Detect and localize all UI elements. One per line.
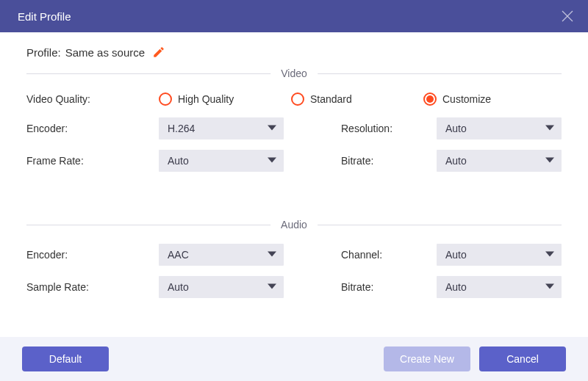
window-title: Edit Profile (18, 10, 71, 23)
profile-label: Profile: (26, 46, 61, 59)
edit-profile-window: Edit Profile Profile: Same as source Vid… (0, 0, 588, 381)
video-bitrate-label: Bitrate: (341, 155, 437, 167)
audio-form-grid: Encoder: AAC Channel: Auto Sample Rate: … (26, 244, 562, 298)
radio-label: High Quality (178, 93, 234, 105)
audio-channel-label: Channel: (341, 249, 437, 261)
video-section-divider: Video (26, 68, 562, 79)
cancel-button[interactable]: Cancel (479, 346, 566, 371)
radio-icon (291, 92, 304, 106)
video-quality-row: Video Quality: High Quality Standard Cus… (26, 92, 562, 106)
edit-profile-icon[interactable] (152, 46, 165, 59)
radio-icon (159, 92, 172, 106)
video-resolution-label: Resolution: (341, 123, 437, 134)
select-value: Auto (445, 123, 467, 134)
chevron-down-icon (545, 281, 554, 293)
audio-section-divider: Audio (26, 219, 562, 231)
chevron-down-icon (545, 249, 554, 261)
select-value: H.264 (168, 123, 195, 134)
video-encoder-label: Encoder: (26, 123, 159, 134)
chevron-down-icon (545, 123, 554, 134)
select-value: AAC (168, 249, 189, 261)
select-value: Auto (445, 281, 467, 293)
select-value: Auto (168, 155, 189, 167)
radio-standard[interactable]: Standard (291, 92, 423, 106)
chevron-down-icon (268, 123, 276, 134)
close-icon[interactable] (560, 9, 575, 23)
video-section-label: Video (270, 68, 318, 79)
video-bitrate-select[interactable]: Auto (437, 150, 562, 172)
profile-value: Same as source (65, 46, 145, 59)
default-button[interactable]: Default (22, 346, 109, 371)
radio-high-quality[interactable]: High Quality (159, 92, 291, 106)
video-framerate-label: Frame Rate: (26, 155, 159, 167)
profile-row: Profile: Same as source (26, 46, 562, 59)
select-value: Auto (445, 155, 467, 167)
chevron-down-icon (268, 249, 276, 261)
chevron-down-icon (268, 281, 276, 293)
audio-encoder-select[interactable]: AAC (159, 244, 284, 266)
dialog-body: Profile: Same as source Video Video Qual… (0, 32, 588, 337)
chevron-down-icon (268, 155, 276, 167)
audio-samplerate-select[interactable]: Auto (159, 276, 284, 298)
dialog-footer: Default Create New Cancel (0, 337, 588, 381)
audio-channel-select[interactable]: Auto (437, 244, 562, 266)
audio-section-label: Audio (270, 219, 318, 231)
audio-encoder-label: Encoder: (26, 249, 159, 261)
radio-label: Standard (310, 93, 352, 105)
titlebar: Edit Profile (0, 0, 588, 32)
chevron-down-icon (545, 155, 554, 167)
footer-right-group: Create New Cancel (384, 346, 566, 371)
video-encoder-select[interactable]: H.264 (159, 117, 284, 139)
audio-bitrate-select[interactable]: Auto (437, 276, 562, 298)
audio-bitrate-label: Bitrate: (341, 281, 437, 293)
radio-customize[interactable]: Customize (423, 92, 556, 106)
video-quality-radio-group: High Quality Standard Customize (159, 92, 562, 106)
video-framerate-select[interactable]: Auto (159, 150, 284, 172)
select-value: Auto (168, 281, 189, 293)
audio-samplerate-label: Sample Rate: (26, 281, 159, 293)
radio-icon (423, 92, 437, 106)
video-quality-label: Video Quality: (26, 93, 159, 105)
video-resolution-select[interactable]: Auto (437, 117, 562, 139)
video-form-grid: Encoder: H.264 Resolution: Auto Frame Ra… (26, 117, 562, 172)
create-new-button[interactable]: Create New (384, 346, 470, 371)
radio-label: Customize (442, 93, 491, 105)
select-value: Auto (445, 249, 467, 261)
